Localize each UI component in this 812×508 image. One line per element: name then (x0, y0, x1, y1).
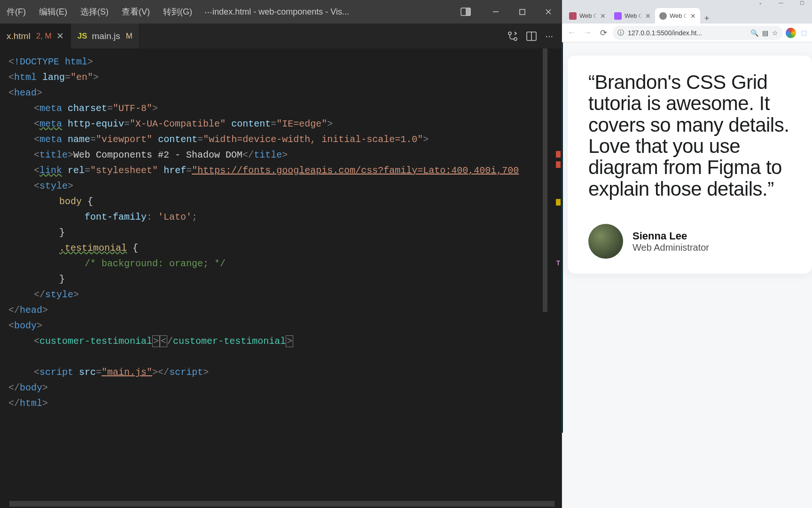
profile-name: Sienna Lee (632, 230, 709, 242)
svg-point-7 (514, 38, 517, 40)
compare-changes-icon[interactable] (508, 31, 518, 41)
scrollbar-thumb[interactable] (9, 501, 554, 507)
globe-icon (659, 12, 667, 20)
warning-marker-icon (556, 199, 561, 206)
page-viewport[interactable]: “Brandon's CSS Grid tutoria is awesome. … (562, 42, 812, 508)
title-bar: 件(F) 编辑(E) 选择(S) 查看(V) 转到(G) ··· index.h… (0, 0, 562, 24)
browser-tab-label: Web C (625, 12, 642, 19)
menu-edit[interactable]: 编辑(E) (32, 0, 74, 24)
close-icon[interactable]: ✕ (690, 12, 696, 20)
favicon-icon (569, 12, 577, 20)
url-text: 127.0.0.1:5500/index.ht... (628, 29, 747, 37)
tab-badge: 2, M (36, 32, 52, 41)
reader-mode-icon[interactable]: ▤ (762, 29, 768, 37)
menu-view[interactable]: 查看(V) (115, 0, 156, 24)
profile-row: Sienna Lee Web Administrator (588, 224, 801, 259)
browser-titlebar: ⌄ — ▢ (562, 0, 812, 7)
tab-label: main.js (92, 31, 120, 41)
horizontal-scrollbar[interactable] (0, 500, 562, 508)
tab-index-html[interactable]: x.html 2, M ✕ (0, 24, 71, 48)
background-image (562, 42, 563, 433)
browser-tab[interactable]: Web C ✕ (565, 8, 610, 24)
overview-ruler[interactable]: T (547, 48, 562, 500)
vscode-window: 件(F) 编辑(E) 选择(S) 查看(V) 转到(G) ··· index.h… (0, 0, 562, 508)
menu-select[interactable]: 选择(S) (74, 0, 115, 24)
browser-window: ⌄ — ▢ Web C ✕ Web C ✕ Web C ✕ + ← → ⟳ ⓘ … (562, 0, 812, 508)
browser-chevron-down-icon[interactable]: ⌄ (750, 0, 771, 7)
favicon-icon (614, 12, 622, 20)
browser-tab-active[interactable]: Web C ✕ (655, 8, 700, 24)
tab-main-js[interactable]: JS main.js M (71, 24, 140, 48)
layout-toggle-icon[interactable] (453, 0, 479, 24)
close-icon[interactable]: ✕ (645, 12, 651, 20)
profile-role: Web Administrator (632, 242, 709, 253)
menu-go[interactable]: 转到(G) (156, 0, 199, 24)
js-file-icon: JS (78, 32, 87, 41)
tab-actions: ··· (508, 24, 562, 48)
extension-icon[interactable] (786, 28, 796, 38)
tab-badge: M (126, 32, 133, 41)
browser-tab[interactable]: Web C ✕ (610, 8, 655, 24)
browser-maximize-button[interactable]: ▢ (791, 0, 812, 7)
address-bar[interactable]: ⓘ 127.0.0.1:5500/index.ht... 🔍 ▤ ☆ (613, 26, 783, 40)
browser-toolbar: ← → ⟳ ⓘ 127.0.0.1:5500/index.ht... 🔍 ▤ ☆… (562, 24, 812, 42)
minimap-text-icon: T (556, 260, 561, 267)
error-marker-icon (556, 161, 561, 168)
error-marker-icon (556, 151, 561, 158)
forward-button[interactable]: → (581, 26, 594, 40)
window-controls (453, 0, 562, 24)
testimonial-card: “Brandon's CSS Grid tutoria is awesome. … (568, 56, 812, 274)
avatar (588, 224, 623, 259)
browser-tab-strip: Web C ✕ Web C ✕ Web C ✕ + (562, 7, 812, 24)
browser-minimize-button[interactable]: — (771, 0, 791, 7)
zoom-icon[interactable]: 🔍 (750, 29, 758, 37)
maximize-button[interactable] (509, 0, 535, 24)
browser-tab-label: Web C (670, 12, 687, 19)
window-title: index.html - web-components - Vis... (212, 7, 349, 17)
close-button[interactable] (535, 0, 562, 24)
svg-rect-1 (466, 8, 470, 16)
close-icon[interactable]: ✕ (600, 12, 606, 20)
bookmark-icon[interactable]: ☆ (772, 29, 778, 37)
close-icon[interactable]: ✕ (56, 31, 64, 41)
minimize-button[interactable] (483, 0, 509, 24)
menu-bar: 件(F) 编辑(E) 选择(S) 查看(V) 转到(G) ··· (0, 0, 218, 24)
svg-point-6 (508, 32, 511, 35)
tab-label: x.html (7, 31, 31, 41)
reload-button[interactable]: ⟳ (597, 26, 610, 40)
testimonial-quote: “Brandon's CSS Grid tutoria is awesome. … (588, 71, 801, 199)
back-button[interactable]: ← (565, 26, 578, 40)
more-actions-icon[interactable]: ··· (545, 31, 553, 41)
tab-bar: x.html 2, M ✕ JS main.js M ··· (0, 24, 562, 48)
browser-tab-label: Web C (579, 12, 597, 19)
extension-icon[interactable]: ⬚ (799, 28, 809, 38)
site-info-icon[interactable]: ⓘ (617, 29, 624, 37)
split-editor-icon[interactable] (526, 32, 537, 41)
code-editor[interactable]: T <!DOCTYPE html> <html lang="en"> <head… (0, 48, 562, 500)
menu-file[interactable]: 件(F) (0, 0, 32, 24)
svg-rect-3 (520, 9, 525, 15)
new-tab-button[interactable]: + (700, 14, 713, 24)
